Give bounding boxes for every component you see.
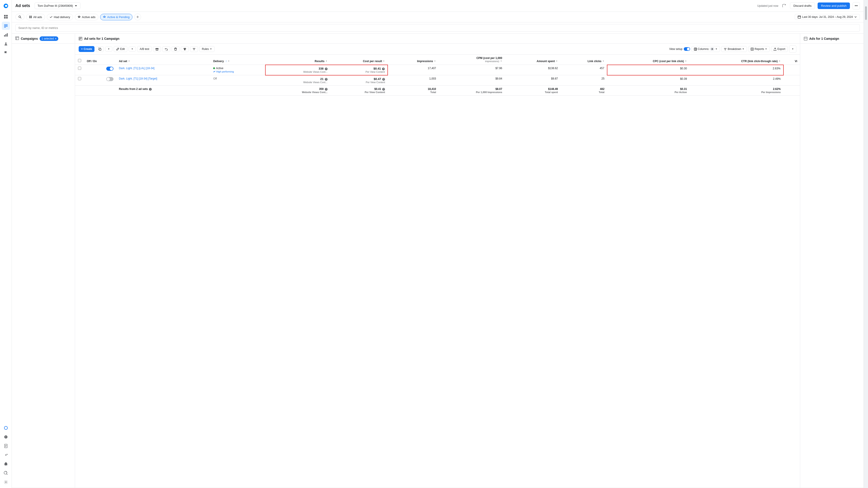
col-results-label: Results <box>315 60 324 63</box>
columns-chevron-icon <box>715 48 717 50</box>
delete-button[interactable] <box>172 46 180 52</box>
reports-button[interactable]: Reports <box>748 46 770 52</box>
select-all-checkbox[interactable] <box>78 59 81 62</box>
copy-dropdown-button[interactable] <box>105 46 112 52</box>
sidebar-settings-icon[interactable] <box>2 451 10 459</box>
sidebar-flag-icon[interactable] <box>2 49 10 57</box>
archive-button[interactable] <box>153 46 161 52</box>
col-cost-sort-icon <box>383 60 385 62</box>
add-filter-button[interactable] <box>134 13 141 20</box>
date-range-selector[interactable]: Last 30 days: Jul 31, 2024 – Aug 29, 202… <box>795 14 860 20</box>
plus-create-icon: + <box>81 47 83 51</box>
totals-results-info-icon[interactable]: ? <box>325 88 328 91</box>
refresh-button[interactable] <box>781 3 787 9</box>
row1-name-link[interactable]: Dark. Light. [T1] [LAL] [18-34] <box>119 67 154 70</box>
col-cpm-sort-icon <box>500 60 502 62</box>
export-button[interactable]: Export <box>771 46 788 52</box>
active-ads-filter-button[interactable]: Active ads <box>75 14 98 20</box>
more-options-button[interactable]: ••• <box>852 2 860 9</box>
row1-checkbox[interactable] <box>78 67 81 70</box>
sidebar-bell-icon[interactable] <box>2 460 10 468</box>
chevron-copy-icon <box>107 48 110 50</box>
row1-results-info-icon[interactable]: ? <box>325 68 328 70</box>
campaigns-selected-close[interactable]: × <box>55 37 57 40</box>
row2-cpc-cell: $0.39 <box>607 75 690 86</box>
row2-cost-main: $0.47 ? <box>333 77 385 80</box>
sidebar-audience-icon[interactable] <box>2 40 10 48</box>
totals-cpm-main: $8.07 <box>441 88 502 91</box>
col-header-impressions[interactable]: Impressions <box>388 55 439 65</box>
row1-results-main: 338 ? <box>268 67 328 70</box>
all-ads-filter-button[interactable]: All ads <box>26 14 45 20</box>
review-publish-button[interactable]: Review and publish <box>817 2 850 9</box>
account-selector[interactable]: Tom DuPree III (23645909) <box>35 2 81 9</box>
row1-cost-cell: $0.41 ? Per View Content <box>330 65 388 75</box>
col-header-delivery[interactable]: Delivery ↑ <box>211 55 266 65</box>
search-input[interactable] <box>16 24 860 32</box>
totals-cpc-cell: $0.31 Per Action <box>607 86 690 95</box>
col-header-ad-set[interactable]: Ad set <box>116 55 211 65</box>
row1-toggle[interactable] <box>106 67 114 71</box>
breakdown-button[interactable]: Breakdown <box>721 46 747 52</box>
ab-test-button[interactable]: A/B test <box>137 46 152 52</box>
columns-button[interactable]: Columns: X <box>691 46 720 52</box>
sidebar-search-icon[interactable] <box>2 469 10 477</box>
export-dropdown-button[interactable] <box>789 45 796 53</box>
row2-name-link[interactable]: Dark. Light. [T1] [18-34] [Target] <box>119 77 157 80</box>
svg-rect-36 <box>80 39 80 39</box>
arrange-button[interactable] <box>190 46 198 52</box>
undo-button[interactable] <box>162 46 170 52</box>
col-header-off-on[interactable]: Off / On <box>84 55 116 65</box>
active-pending-filter-button[interactable]: Active & Pending <box>100 14 132 20</box>
row2-toggle[interactable] <box>106 77 114 81</box>
row2-cost-info-icon[interactable]: ? <box>382 78 385 80</box>
sidebar-document-icon[interactable] <box>2 442 10 450</box>
sidebar-question-icon[interactable] <box>2 433 10 441</box>
row2-amount-cell: $9.87 <box>505 75 561 86</box>
columns-icon <box>694 48 697 51</box>
col-header-results[interactable]: Results <box>266 55 330 65</box>
totals-info-icon[interactable]: i <box>149 88 152 91</box>
col-header-vi[interactable]: Vi <box>783 55 800 65</box>
totals-link-clicks-cell: 482 Total <box>561 86 607 95</box>
totals-results-main: 359 ? <box>268 88 328 91</box>
sidebar-circle-icon[interactable] <box>2 424 10 432</box>
edit-button[interactable]: Edit <box>114 46 127 52</box>
row1-cpm-cell: $7.96 <box>439 65 505 75</box>
row1-cost-info-icon[interactable]: ? <box>382 68 385 70</box>
sidebar-chart-icon[interactable] <box>2 31 10 39</box>
row2-results-info-icon[interactable]: ? <box>325 78 328 80</box>
totals-row: Results from 2 ad sets i 359 ? Webs <box>75 86 800 95</box>
col-header-ctr[interactable]: CTR (link click-through rate) <box>690 55 783 65</box>
copy-button[interactable] <box>96 46 104 52</box>
svg-rect-34 <box>80 38 80 38</box>
sidebar-ads-icon[interactable] <box>2 22 10 30</box>
totals-cpm-cell: $8.07 Per 1,000 Impressions <box>439 86 505 95</box>
merge-icon <box>183 48 186 51</box>
export-chevron-icon <box>792 48 794 50</box>
search-filter-button[interactable] <box>16 14 24 20</box>
col-header-cpc[interactable]: CPC (cost per link click) <box>607 55 690 65</box>
view-setup-toggle[interactable] <box>684 47 690 51</box>
totals-cost-info-icon[interactable]: ? <box>382 88 385 91</box>
col-header-cost[interactable]: Cost per result <box>330 55 388 65</box>
row1-delivery-text: Active <box>216 67 223 70</box>
svg-point-11 <box>5 42 6 44</box>
col-header-cpm[interactable]: CPM (cost per 1,000 impressions) <box>439 55 505 65</box>
edit-dropdown-button[interactable] <box>129 46 136 52</box>
delivery-sort-icon: ↑ <box>225 60 227 63</box>
totals-delivery-cell <box>211 86 266 95</box>
sidebar-gear-icon[interactable] <box>2 478 10 486</box>
discard-drafts-button[interactable]: Discard drafts <box>790 2 815 9</box>
rules-button[interactable]: Rules <box>199 46 215 52</box>
had-delivery-filter-button[interactable]: Had delivery <box>47 14 73 20</box>
all-ads-label: All ads <box>33 15 42 19</box>
col-header-link-clicks[interactable]: Link clicks <box>561 55 607 65</box>
sidebar-grid-icon[interactable] <box>2 13 10 21</box>
col-ctr-label: CTR (link click-through rate) <box>741 60 778 63</box>
col-header-amount-spent[interactable]: Amount spent <box>505 55 561 65</box>
create-button[interactable]: + Create <box>79 46 94 52</box>
row2-checkbox[interactable] <box>78 77 81 80</box>
merge-button[interactable] <box>181 46 189 52</box>
chevron-down-icon <box>74 4 78 7</box>
